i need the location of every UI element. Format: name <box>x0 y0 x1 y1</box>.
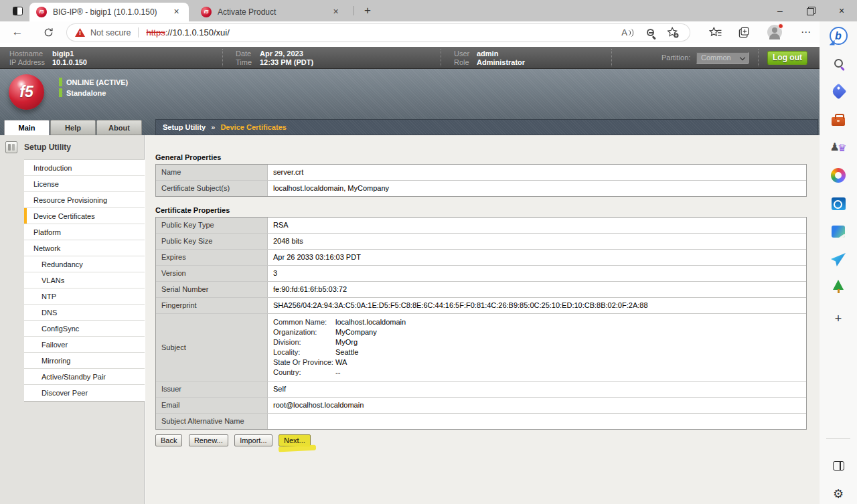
partition-label: Partition: <box>661 54 690 62</box>
read-aloud-button[interactable]: A <box>619 25 636 40</box>
browser-toolbar: ← Not secure https ://10.1.0.150/xui/ A <box>0 21 820 43</box>
add-favorite-button[interactable] <box>664 25 682 40</box>
eco-button[interactable] <box>829 278 848 297</box>
table-row: Subject Alternative Name <box>156 414 806 429</box>
sidebar-item-mirroring[interactable]: Mirroring <box>24 353 145 369</box>
profile-button[interactable] <box>765 24 785 40</box>
close-button[interactable]: × <box>826 0 857 21</box>
status-separator <box>611 49 612 66</box>
row-value <box>268 414 806 429</box>
tab-close-icon[interactable]: × <box>330 7 341 18</box>
settings-more-button[interactable]: ⋯ <box>796 24 816 40</box>
sidebar-item-device-certificates[interactable]: Device Certificates <box>24 208 145 224</box>
sidebar-search-button[interactable] <box>829 54 848 72</box>
browser-tab-inactive[interactable]: f5 Activate Product × <box>194 3 348 21</box>
logout-button[interactable]: Log out <box>767 51 807 65</box>
tab-close-icon[interactable]: × <box>171 7 182 18</box>
row-value: fe:90:fd:61:6f:b5:03:72 <box>268 282 806 297</box>
user-label: User <box>454 50 477 58</box>
row-value: Self <box>268 382 806 397</box>
refresh-button[interactable] <box>39 24 58 40</box>
star-add-icon <box>667 27 679 38</box>
partition-select[interactable]: Common <box>696 52 749 64</box>
profile-avatar <box>767 25 782 39</box>
sidebar-panel-icon <box>833 461 844 471</box>
back-button[interactable]: ← <box>8 24 27 40</box>
sidebar-item-vlans[interactable]: VLANs <box>24 272 145 288</box>
tools-button[interactable] <box>829 110 848 129</box>
url-text: ://10.1.0.150/xui/ <box>165 27 230 37</box>
tab-title: Activate Product <box>218 7 330 17</box>
games-button[interactable]: ♟♛ <box>829 138 848 157</box>
browser-tab-active[interactable]: f5 BIG-IP® - bigip1 (10.1.0.150) × <box>29 3 189 21</box>
tab-help[interactable]: Help <box>50 120 96 135</box>
online-status-bar-icon <box>59 78 62 86</box>
role-label: Role <box>454 58 477 67</box>
next-button[interactable]: Next... <box>279 434 311 446</box>
designer-button[interactable] <box>829 222 848 241</box>
collections-button[interactable] <box>734 24 755 40</box>
sidebar-item-failover[interactable]: Failover <box>24 337 145 353</box>
f5-logo[interactable]: f5 <box>9 74 44 110</box>
tab-about[interactable]: About <box>96 120 142 135</box>
device-status: ONLINE (ACTIVE) Standalone <box>59 78 128 99</box>
sidebar-toggle-button[interactable] <box>829 456 848 475</box>
sidebar-item-dns[interactable]: DNS <box>24 305 145 321</box>
sidebar-item-resource-provisioning[interactable]: Resource Provisioning <box>24 192 145 208</box>
microsoft-365-button[interactable] <box>829 166 848 185</box>
customize-sidebar-button[interactable]: + <box>829 309 848 328</box>
table-row: Public Key Size 2048 bits <box>156 234 806 250</box>
chevron-down-icon <box>740 55 745 60</box>
sidebar-item-ntp[interactable]: NTP <box>24 288 145 305</box>
table-row: Public Key Type RSA <box>156 218 806 234</box>
minimize-button[interactable]: – <box>765 0 795 21</box>
sidebar-item-redundancy[interactable]: Redundancy <box>24 256 145 272</box>
hostname-value: bigip1 <box>52 50 74 58</box>
security-label[interactable]: Not secure <box>90 28 131 37</box>
status-separator <box>441 49 441 66</box>
row-value: 3 <box>268 266 806 281</box>
back-form-button[interactable]: Back <box>155 434 182 446</box>
system-status-bar: Hostnamebigip1 IP Address10.1.0.150 Date… <box>0 47 820 69</box>
bigip-page: Hostnamebigip1 IP Address10.1.0.150 Date… <box>0 43 820 504</box>
zoom-out-button[interactable] <box>641 25 659 40</box>
sidebar-divider <box>826 438 850 439</box>
standalone-status-bar-icon <box>59 88 62 97</box>
favorites-button[interactable] <box>705 24 725 40</box>
sidebar-item-network[interactable]: Network <box>24 240 145 256</box>
microsoft-365-icon <box>831 168 846 183</box>
sidebar-title: Setup Utility <box>24 143 71 152</box>
standalone-status-text: Standalone <box>66 89 106 97</box>
sidebar-item-discover-peer[interactable]: Discover Peer <box>24 385 145 401</box>
sidebar-item-active-standby-pair[interactable]: Active/Standby Pair <box>24 369 145 385</box>
sidebar-item-license[interactable]: License <box>24 176 145 192</box>
sidebar-item-introduction[interactable]: Introduction <box>24 160 145 176</box>
bing-icon: b <box>830 27 848 45</box>
restore-button[interactable] <box>795 0 826 21</box>
search-icon <box>834 59 843 68</box>
new-tab-button[interactable]: + <box>359 3 376 18</box>
tab-main[interactable]: Main <box>4 120 50 135</box>
chess-queen-icon: ♛ <box>838 143 846 153</box>
outlook-button[interactable] <box>829 194 848 213</box>
hostname-label: Hostname <box>9 50 52 58</box>
shopping-button[interactable] <box>829 82 848 100</box>
row-label: Subject Alternative Name <box>156 414 268 429</box>
workspaces-button[interactable] <box>7 3 28 19</box>
sidebar-settings-button[interactable]: ⚙ <box>829 485 848 503</box>
drop-button[interactable] <box>829 250 848 269</box>
form-buttons: Back Renew... Import... Next... <box>155 434 314 446</box>
tab-divider <box>354 6 354 15</box>
sidebar-item-platform[interactable]: Platform <box>24 224 145 240</box>
date-label: Date <box>236 50 260 58</box>
restore-icon <box>807 7 815 15</box>
address-bar[interactable]: Not secure https ://10.1.0.150/xui/ A <box>67 24 690 41</box>
renew-button[interactable]: Renew... <box>189 434 228 446</box>
row-label: Public Key Type <box>156 218 268 233</box>
sidebar-item-configsync[interactable]: ConfigSync <box>24 321 145 337</box>
bing-chat-button[interactable]: b <box>829 26 848 45</box>
status-separator <box>758 49 759 66</box>
import-button[interactable]: Import... <box>234 434 272 446</box>
row-label: Issuer <box>156 382 268 397</box>
certificate-properties-title: Certificate Properties <box>155 206 230 214</box>
